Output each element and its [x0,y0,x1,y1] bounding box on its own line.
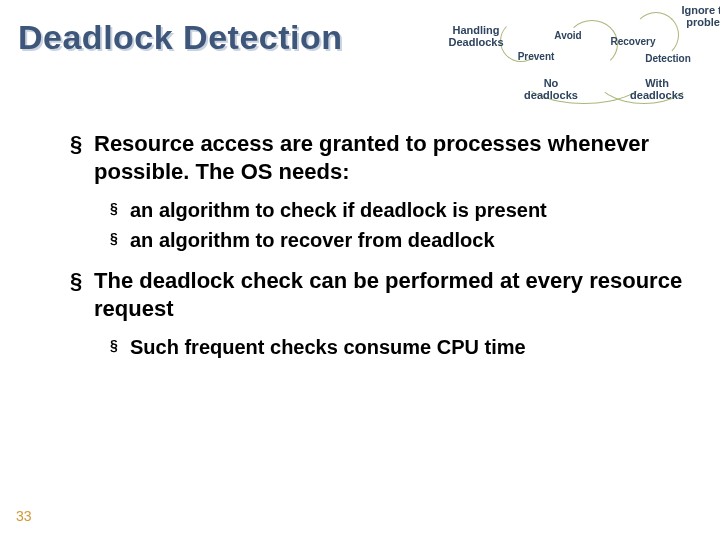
concept-diagram: HandlingDeadlocks Avoid Prevent Nodeadlo… [458,2,718,102]
diagram-node-prevent: Prevent [506,51,566,62]
page-number: 33 [16,508,32,524]
diagram-node-detection: Detection [638,53,698,64]
page-title: Deadlock Detection [18,18,343,57]
diagram-node-root: HandlingDeadlocks [436,24,516,48]
bullet-level2: an algorithm to recover from deadlock [110,227,690,253]
diagram-node-avoid: Avoid [543,30,593,41]
diagram-node-no-deadlocks: Nodeadlocks [516,77,586,101]
bullet-level1: Resource access are granted to processes… [70,130,690,185]
bullet-level2: an algorithm to check if deadlock is pre… [110,197,690,223]
bullet-level2: Such frequent checks consume CPU time [110,334,690,360]
diagram-node-with-deadlocks: Withdeadlocks [622,77,692,101]
slide: Deadlock Detection HandlingDeadlocks Avo… [0,0,720,540]
spacer [70,257,690,267]
body-content: Resource access are granted to processes… [70,130,690,364]
diagram-node-ignore: Ignore theproblem [678,4,720,28]
bullet-level1: The deadlock check can be performed at e… [70,267,690,322]
diagram-node-recovery: Recovery [603,36,663,47]
